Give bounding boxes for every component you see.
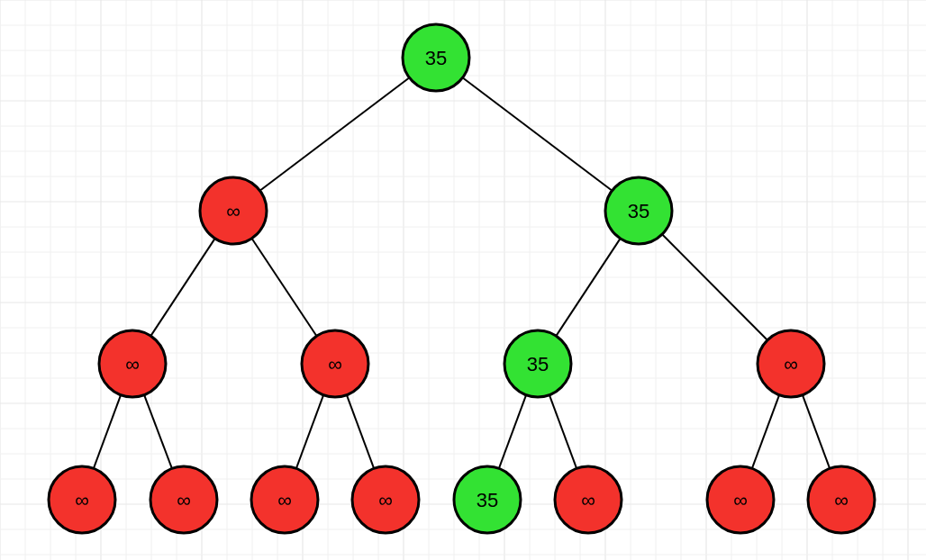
tree-node: 35: [403, 24, 469, 91]
tree-node: ∞: [707, 466, 774, 533]
tree-edge: [94, 395, 121, 469]
tree-edge: [662, 234, 767, 340]
tree-edge: [260, 77, 410, 190]
tree-edge: [251, 239, 316, 336]
tree-node: 35: [504, 330, 571, 397]
tree-edge: [556, 239, 620, 336]
node-label: 35: [425, 47, 447, 69]
node-label: ∞: [277, 489, 292, 511]
tree-node: ∞: [302, 330, 368, 397]
tree-node: ∞: [150, 466, 217, 533]
node-label: ∞: [733, 489, 748, 511]
tree-node: ∞: [808, 466, 875, 533]
tree-node: ∞: [352, 466, 419, 533]
edges-layer: [94, 77, 830, 468]
tree-edge: [752, 395, 779, 469]
node-label: ∞: [177, 489, 191, 511]
node-label: ∞: [125, 353, 140, 375]
tree-node: ∞: [555, 466, 622, 533]
tree-node: ∞: [758, 330, 824, 397]
tree-edge: [549, 395, 576, 469]
tree-node: 35: [605, 177, 672, 244]
node-label: ∞: [784, 353, 798, 375]
node-label: 35: [527, 353, 549, 375]
node-label: 35: [477, 489, 498, 511]
tree-edge: [499, 395, 526, 469]
node-label: ∞: [581, 489, 595, 511]
node-label: 35: [628, 200, 649, 222]
tree-edge: [144, 395, 172, 469]
tree-node: ∞: [251, 466, 318, 533]
node-label: ∞: [75, 489, 89, 511]
node-label: ∞: [378, 489, 393, 511]
tree-edge: [150, 239, 214, 336]
node-label: ∞: [834, 489, 849, 511]
tree-edge: [463, 77, 613, 190]
tree-edge: [296, 395, 323, 469]
tree-edge: [347, 395, 374, 469]
node-label: ∞: [226, 200, 241, 222]
tree-diagram: 35∞35∞∞35∞∞∞∞∞35∞∞∞: [0, 0, 926, 560]
tree-node: ∞: [99, 330, 166, 397]
tree-node: ∞: [49, 466, 115, 533]
tree-node: ∞: [200, 177, 267, 244]
tree-node: 35: [454, 466, 521, 533]
node-label: ∞: [328, 353, 342, 375]
